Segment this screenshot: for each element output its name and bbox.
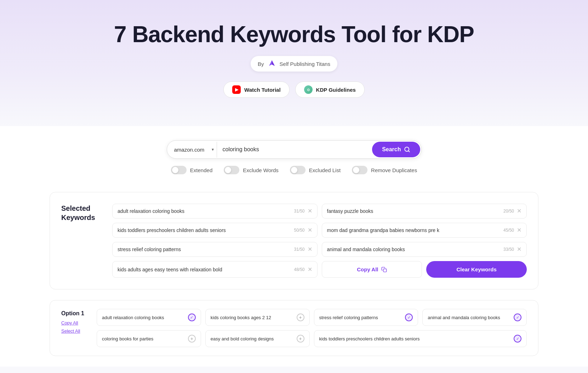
keyword-field-1: adult relaxation coloring books 31/50 ✕ [112,204,318,219]
by-label: By [258,61,264,67]
option-keyword-7[interactable]: kids toddlers preschoolers children adul… [314,330,527,347]
keyword-field-3: kids toddlers preschoolers children adul… [112,223,318,238]
option1-title: Option 1 [61,310,97,317]
option-keyword-4[interactable]: animal and mandala coloring books ✓ [422,309,527,326]
copy-all-option-button[interactable]: Copy All [61,320,97,326]
keyword-close-4[interactable]: ✕ [517,227,521,233]
toggle-row: Extended Exclude Words Excluded List Rem… [171,166,417,174]
remove-duplicates-toggle[interactable] [352,166,367,174]
marketplace-select-wrapper: amazon.com amazon.co.uk amazon.de amazon… [167,142,217,158]
option-keyword-6[interactable]: easy and bold coloring designs + [205,330,310,347]
plus-icon-6: + [297,335,304,343]
search-bar: amazon.com amazon.co.uk amazon.de amazon… [167,140,422,159]
select-all-option-button[interactable]: Select All [61,328,97,334]
main-content: SelectedKeywords adult relaxation colori… [0,181,588,367]
chevron-down-icon: ▾ [212,147,214,152]
extended-toggle[interactable] [171,166,187,174]
brand-name: Self Publishing Titans [280,61,330,67]
keyword-close-1[interactable]: ✕ [308,208,312,214]
kdp-icon: ⊙ [304,85,313,94]
keywords-grid: adult relaxation coloring books 31/50 ✕ … [112,204,527,257]
plus-icon-5: + [188,335,196,343]
selected-keywords-box: SelectedKeywords adult relaxation colori… [50,192,538,289]
keyword-field-7: kids adults ages easy teens with relaxat… [112,261,318,278]
keyword-field-6: animal and mandala coloring books 33/50 … [322,242,527,257]
clear-keywords-button[interactable]: Clear Keywords [426,261,527,278]
copy-all-button[interactable]: Copy All [322,261,422,278]
selected-keywords-title: SelectedKeywords [61,204,104,222]
extended-label: Extended [190,167,212,173]
keyword-close-3[interactable]: ✕ [308,227,312,233]
check-icon-3: ✓ [405,313,413,321]
watch-tutorial-button[interactable]: ▶ Watch Tutorial [223,81,290,98]
kdp-guidelines-button[interactable]: ⊙ KDP Guidelines [295,81,365,98]
svg-line-1 [408,151,409,152]
excluded-list-toggle[interactable] [290,166,306,174]
page-title: 7 Backend Keywords Tool for KDP [7,21,581,47]
toggle-exclude-words: Exclude Words [224,166,279,174]
hero-section: 7 Backend Keywords Tool for KDP By Self … [0,0,588,126]
toggle-extended: Extended [171,166,212,174]
svg-rect-2 [383,269,387,272]
brand-badge: By Self Publishing Titans [251,56,337,72]
search-button[interactable]: Search [372,142,420,157]
keyword-field-2: fantasy puzzle books 20/50 ✕ [322,204,527,219]
check-icon-7: ✓ [514,335,521,343]
check-icon-1: ✓ [188,313,196,321]
keyword-field-5: stress relief coloring patterns 31/50 ✕ [112,242,318,257]
check-icon-4: ✓ [514,313,521,321]
search-input[interactable] [217,141,372,158]
excluded-list-label: Excluded List [309,167,341,173]
option-keyword-5[interactable]: coloring books for parties + [97,330,201,347]
keyword-close-5[interactable]: ✕ [308,247,312,252]
keyword-close-2[interactable]: ✕ [517,208,521,214]
hero-links: ▶ Watch Tutorial ⊙ KDP Guidelines [7,81,581,98]
option-keyword-2[interactable]: kids coloring books ages 2 12 + [205,309,310,326]
exclude-words-label: Exclude Words [243,167,279,173]
marketplace-select[interactable]: amazon.com amazon.co.uk amazon.de amazon… [167,142,210,158]
youtube-icon: ▶ [232,85,241,94]
plus-icon-2: + [297,313,304,321]
option-keyword-1[interactable]: adult relaxation coloring books ✓ [97,309,201,326]
keyword-close-7[interactable]: ✕ [308,267,312,272]
option1-box: Option 1 Copy All Select All adult relax… [50,300,538,356]
search-icon [404,146,410,153]
search-section: amazon.com amazon.co.uk amazon.de amazon… [0,126,588,181]
brand-logo-icon [267,59,277,69]
keyword-field-4: mom dad grandma grandpa babies newborns … [322,223,527,238]
copy-icon [381,267,387,272]
option-keyword-3[interactable]: stress relief coloring patterns ✓ [314,309,418,326]
remove-duplicates-label: Remove Duplicates [371,167,417,173]
exclude-words-toggle[interactable] [224,166,239,174]
keyword-close-6[interactable]: ✕ [517,247,521,252]
toggle-remove-duplicates: Remove Duplicates [352,166,417,174]
toggle-excluded-list: Excluded List [290,166,341,174]
